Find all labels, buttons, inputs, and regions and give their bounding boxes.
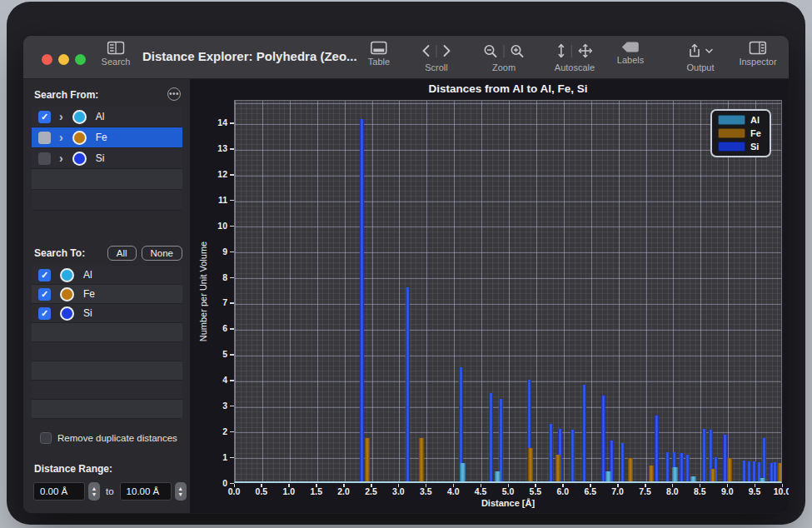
x-tick-mark — [261, 484, 262, 487]
scroll-toolbar-button[interactable]: Scroll — [422, 41, 451, 72]
x-tick-mark — [426, 484, 427, 487]
y-tick-mark — [230, 226, 234, 227]
legend-label: Al — [750, 115, 764, 125]
close-button[interactable] — [42, 54, 52, 65]
empty-list-row[interactable] — [32, 323, 182, 342]
zoom-in-icon[interactable] — [511, 44, 525, 58]
x-tick-label: 7.5 — [631, 486, 660, 496]
si-checkbox[interactable] — [38, 152, 51, 165]
list-row-al[interactable]: ✓Al — [32, 266, 182, 285]
y-tick-mark — [230, 200, 234, 202]
inspector-toolbar-button[interactable]: Inspector — [739, 41, 776, 67]
minimize-button[interactable] — [58, 54, 69, 65]
si-checkbox[interactable]: ✓ — [38, 307, 51, 320]
distance-from-stepper[interactable]: ▲▼ — [88, 482, 100, 501]
bar-si — [406, 287, 410, 481]
si-element-color-dot — [72, 152, 87, 166]
list-row-si[interactable]: ›Si — [32, 148, 182, 169]
x-tick-mark — [398, 484, 400, 487]
y-tick-label: 3 — [202, 401, 227, 411]
labels-toolbar-button[interactable]: Labels — [617, 41, 644, 65]
list-row-si[interactable]: ✓Si — [32, 304, 182, 323]
x-tick-mark — [590, 484, 591, 487]
al-checkbox[interactable]: ✓ — [38, 111, 51, 123]
ellipsis-circle-icon[interactable]: ••• — [167, 87, 181, 101]
remove-duplicates-checkbox[interactable] — [40, 432, 52, 444]
chevron-down-icon — [705, 48, 713, 54]
empty-list-row[interactable] — [32, 190, 182, 211]
autoscale-toolbar-button[interactable]: Autoscale — [555, 41, 595, 72]
row-label: Al — [96, 111, 105, 122]
empty-list-row[interactable] — [32, 342, 182, 361]
legend-swatch — [718, 142, 745, 152]
bar-si — [702, 429, 706, 481]
legend-swatch — [718, 128, 745, 138]
legend-entry-si: Si — [718, 142, 764, 152]
search-toolbar-button[interactable]: Search — [102, 41, 131, 67]
table-icon — [371, 41, 387, 55]
fe-checkbox[interactable] — [38, 132, 51, 144]
x-tick-label: 8.0 — [658, 486, 686, 496]
al-element-color-dot — [60, 268, 74, 282]
bar-si — [752, 461, 756, 481]
empty-list-row[interactable] — [32, 361, 182, 381]
x-tick-label: 6.0 — [549, 486, 577, 496]
fe-checkbox[interactable]: ✓ — [38, 288, 51, 301]
bar-si — [665, 452, 670, 482]
bar-si — [685, 455, 690, 481]
disclosure-chevron-icon[interactable]: › — [59, 132, 63, 143]
distance-to-stepper[interactable]: ▲▼ — [175, 482, 187, 501]
x-tick-label: 1.5 — [302, 486, 331, 496]
bar-fe — [778, 463, 782, 481]
bar-fe — [727, 458, 732, 481]
vertical-scale-icon[interactable] — [557, 43, 565, 58]
y-tick-mark — [230, 122, 234, 124]
plot-area[interactable]: AlFeSi — [234, 100, 782, 483]
y-tick-mark — [230, 406, 234, 407]
bar-si — [620, 443, 625, 481]
autoscale-move-icon[interactable] — [578, 43, 593, 58]
search-panel-icon — [107, 41, 124, 55]
list-row-fe[interactable]: ✓Fe — [32, 285, 182, 304]
distance-from-field[interactable]: 0.00 Å — [33, 482, 85, 501]
bar-fe — [365, 438, 370, 482]
legend-label: Si — [750, 142, 764, 152]
zoom-out-icon[interactable] — [484, 44, 498, 58]
share-icon — [688, 43, 700, 58]
disclosure-chevron-icon[interactable]: › — [59, 111, 63, 122]
x-tick-label: 6.5 — [576, 486, 605, 496]
table-toolbar-button[interactable]: Table — [368, 41, 390, 67]
disclosure-chevron-icon[interactable]: › — [59, 152, 63, 164]
empty-list-row[interactable] — [32, 169, 182, 190]
bar-si — [773, 462, 777, 481]
x-tick-label: 3.5 — [411, 486, 440, 496]
search-from-label: Search From: — [34, 89, 98, 101]
to-label: to — [106, 486, 114, 496]
row-label: Fe — [96, 132, 107, 143]
none-button[interactable]: None — [142, 246, 183, 261]
scroll-left-icon[interactable] — [422, 44, 431, 57]
list-row-al[interactable]: ✓›Al — [32, 107, 182, 127]
al-checkbox[interactable]: ✓ — [38, 269, 51, 281]
chart-title: Distances from Al to Al, Fe, Si — [234, 82, 782, 95]
bar-si — [601, 396, 605, 481]
scroll-right-icon[interactable] — [443, 44, 451, 57]
list-row-fe[interactable]: ›Fe — [32, 127, 182, 148]
bar-si — [360, 119, 364, 481]
distance-to-field[interactable]: 10.00 Å — [120, 482, 172, 501]
bar-fe — [555, 455, 560, 481]
x-tick-mark — [727, 484, 729, 487]
x-tick-mark — [481, 484, 482, 487]
x-tick-mark — [453, 484, 455, 487]
empty-list-row[interactable] — [32, 381, 182, 400]
remove-duplicates-label: Remove duplicate distances — [57, 433, 177, 443]
x-tick-mark — [535, 484, 536, 487]
all-button[interactable]: All — [107, 246, 137, 261]
output-toolbar-button[interactable]: Output — [686, 41, 714, 72]
zoom-toolbar-button[interactable]: Zoom — [484, 41, 525, 72]
search-to-label: Search To: — [34, 247, 85, 259]
zoom-window-button[interactable] — [75, 54, 86, 65]
y-tick-label: 4 — [202, 375, 227, 385]
x-tick-mark — [316, 484, 317, 487]
empty-list-row[interactable] — [32, 400, 182, 419]
